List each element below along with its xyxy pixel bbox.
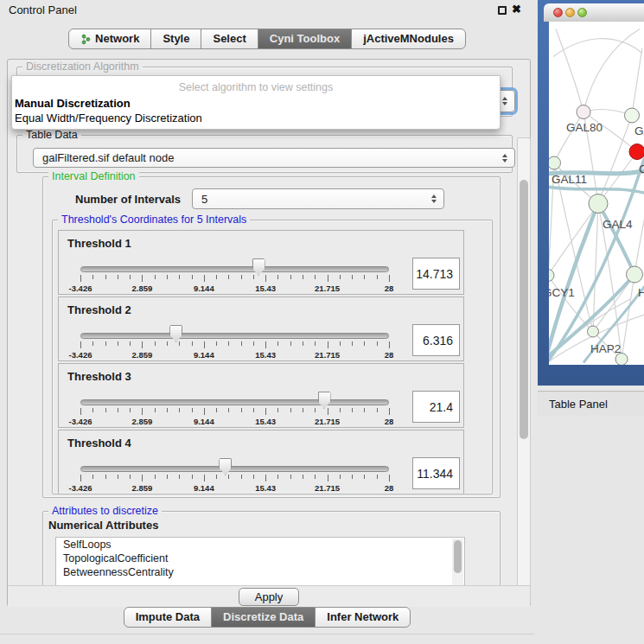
tick-mark (315, 341, 316, 346)
tick-mark (377, 475, 378, 479)
apply-button[interactable]: Apply (239, 588, 300, 606)
zoom-traffic-light-icon[interactable] (577, 8, 587, 17)
slider-track[interactable] (80, 333, 389, 339)
tick-mark (155, 341, 156, 346)
slider-track[interactable] (80, 399, 389, 405)
numerical-attributes-list[interactable]: SelfLoopsTopologicalCoefficientBetweenne… (55, 537, 465, 587)
threshold-1-value-field[interactable]: 14.713 (412, 258, 460, 290)
tick-label: 9.144 (194, 483, 214, 493)
slider-handle[interactable] (219, 458, 232, 475)
node-gal80[interactable] (577, 105, 590, 119)
tick-mark (315, 275, 316, 279)
node-label-cut: C (639, 163, 644, 175)
node-label-gal4: GAL4 (603, 218, 633, 231)
slider-tick-labels: -3.4262.8599.14415.4321.71528 (80, 284, 389, 294)
tab-label: jActiveMNodules (363, 29, 454, 48)
scrollbar-thumb[interactable] (454, 540, 462, 573)
tick-label: -3.426 (69, 483, 92, 493)
tick-mark (228, 475, 229, 479)
threshold-3-value-field[interactable]: 21.4 (412, 391, 460, 423)
tick-mark (216, 341, 217, 346)
tick-mark (389, 408, 390, 415)
tick-mark (192, 341, 193, 346)
node-hap2[interactable] (588, 326, 599, 337)
group-title: Threshold's Coordinates for 5 Intervals (58, 214, 250, 226)
tick-mark (216, 475, 217, 479)
slider-handle[interactable] (252, 258, 265, 276)
tab-jactivemnodules[interactable]: jActiveMNodules (351, 29, 466, 49)
number-of-intervals-combobox[interactable]: 5 (192, 188, 444, 209)
close-icon[interactable]: ✖ (512, 3, 521, 16)
tab-cyni-toolbox[interactable]: Cyni Toolbox (258, 29, 352, 49)
threshold-3-slider[interactable]: -3.4262.8599.14415.4321.71528 (80, 397, 389, 426)
node-cut-right[interactable] (627, 266, 643, 283)
network-window-titlebar[interactable] (544, 3, 644, 22)
scrollbar-thumb[interactable] (520, 180, 528, 439)
network-canvas[interactable]: GAL80 GA C GAL11 GAL4 GCY1 H HAP2 (549, 22, 644, 365)
threshold-2-slider[interactable]: -3.4262.8599.14415.4321.71528 (80, 330, 389, 360)
attribute-list-item[interactable]: BetweennessCentrality (56, 565, 464, 579)
tick-mark (204, 341, 205, 348)
top-tabbar: Network Style Select Cyni Toolbox jActiv… (0, 29, 534, 49)
tick-mark (352, 475, 353, 479)
tick-mark (290, 475, 291, 479)
threshold-1-panel: Threshold 1 -3.4262.8599.14415.4321.7152… (58, 230, 464, 295)
tab-network[interactable]: Network (68, 29, 151, 49)
attribute-list-item[interactable]: SelfLoops (56, 538, 464, 552)
dropdown-option-manual[interactable]: Manual Discretization (15, 97, 131, 110)
threshold-4-slider[interactable]: -3.4262.8599.14415.4321.71528 (80, 463, 389, 493)
slider-handle[interactable] (318, 392, 331, 409)
tick-label: 15.43 (255, 350, 276, 360)
tick-mark (241, 275, 242, 279)
tick-mark (118, 475, 118, 479)
threshold-2-panel: Threshold 2 -3.4262.8599.14415.4321.7152… (58, 296, 464, 361)
tab-style[interactable]: Style (150, 29, 201, 49)
threshold-1-slider[interactable]: -3.4262.8599.14415.4321.71528 (80, 264, 389, 293)
dropdown-hint: Select algorithm to view settings (12, 81, 500, 93)
slider-handle[interactable] (169, 325, 182, 342)
tick-mark (192, 408, 193, 412)
node-gal11[interactable] (549, 156, 561, 169)
table-panel-header: Table Panel (538, 391, 644, 416)
tick-mark (377, 341, 378, 346)
panel-vertical-scrollbar[interactable] (517, 137, 531, 604)
node-red-selected[interactable] (629, 144, 644, 160)
tick-label: 9.144 (194, 417, 214, 426)
group-table-data: Table Data galFiltered.sif default node (16, 135, 513, 173)
node-cut-bottom[interactable] (615, 354, 628, 366)
tick-mark (303, 408, 303, 412)
tick-mark (377, 275, 378, 279)
tick-mark (118, 275, 118, 279)
group-title: Interval Definition (48, 170, 139, 182)
tick-mark (167, 475, 168, 479)
tick-label: 28 (385, 350, 394, 360)
tab-select[interactable]: Select (201, 29, 258, 49)
table-data-combobox[interactable]: galFiltered.sif default node (33, 148, 515, 168)
tick-mark (155, 475, 156, 479)
node-label-gcy1: GCY1 (549, 286, 575, 299)
slider-track[interactable] (80, 266, 389, 272)
threshold-label: Threshold 4 (67, 437, 131, 450)
float-panel-icon[interactable] (498, 6, 507, 15)
tick-mark (364, 275, 365, 279)
node-gcy1[interactable] (549, 270, 554, 282)
tick-mark (303, 275, 303, 279)
close-traffic-light-icon[interactable] (553, 8, 563, 17)
dropdown-option-equal-width[interactable]: Equal Width/Frequency Discretization (15, 112, 202, 124)
tab-infer-network[interactable]: Infer Network (315, 607, 411, 628)
tick-mark (92, 408, 93, 412)
tab-discretize-data[interactable]: Discretize Data (211, 607, 316, 628)
tab-impute-data[interactable]: Impute Data (124, 607, 212, 628)
minimize-traffic-light-icon[interactable] (565, 8, 575, 17)
tick-mark (277, 408, 278, 412)
threshold-2-value-field[interactable]: 6.316 (412, 324, 460, 356)
tick-mark (352, 341, 353, 346)
attributes-scrollbar[interactable] (452, 539, 463, 586)
threshold-4-value-field[interactable]: 11.344 (412, 457, 460, 489)
tick-label: 15.43 (255, 417, 276, 426)
attribute-list-item[interactable]: TopologicalCoefficient (56, 552, 464, 565)
slider-track[interactable] (80, 466, 389, 472)
node-gal4[interactable] (589, 194, 608, 214)
node-cut-topright[interactable] (625, 108, 640, 123)
tick-mark (265, 275, 266, 282)
